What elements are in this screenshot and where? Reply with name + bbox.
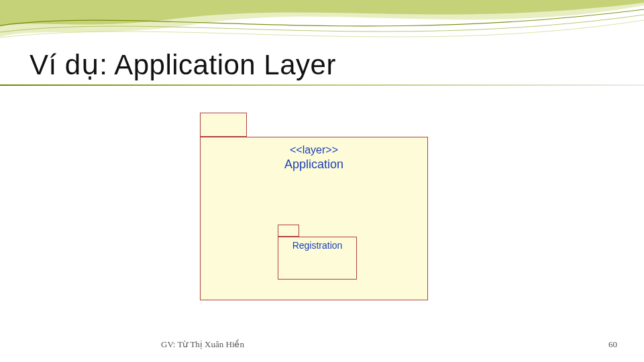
footer-author: GV: Từ Thị Xuân Hiền — [161, 339, 244, 350]
title-underline — [0, 84, 644, 86]
uml-diagram: <<layer>> Application Registration — [200, 113, 428, 300]
slide: Ví dụ: Application Layer <<layer>> Appli… — [0, 0, 644, 362]
slide-title: Ví dụ: Application Layer — [30, 48, 336, 81]
inner-package-tab — [278, 225, 299, 237]
outer-package-name: Application — [201, 158, 427, 172]
header-swoosh — [0, 0, 644, 47]
footer-page-number: 60 — [608, 339, 617, 350]
outer-package-tab — [200, 113, 247, 137]
inner-package-name: Registration — [292, 240, 343, 251]
outer-package-stereotype: <<layer>> — [201, 144, 427, 156]
outer-package-body: <<layer>> Application Registration — [200, 137, 428, 300]
inner-package-body: Registration — [278, 237, 357, 280]
